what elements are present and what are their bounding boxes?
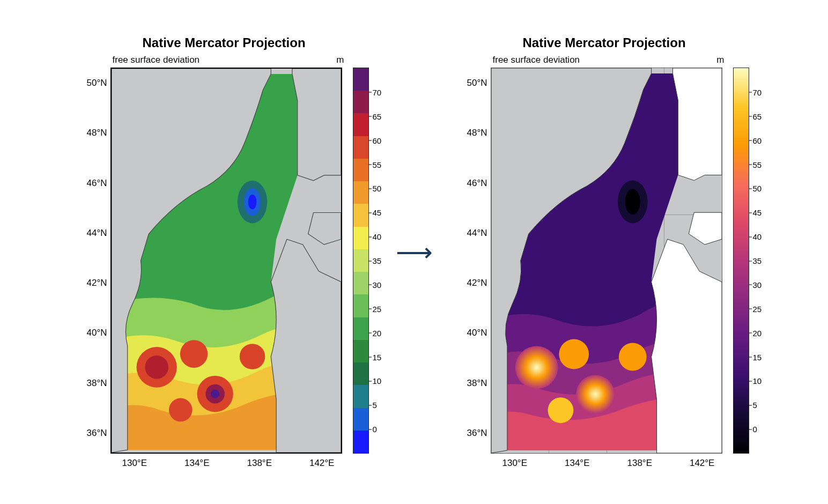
right-subtitle-row: free surface deviation m [493,55,724,65]
left-x-axis: 130°E 134°E 138°E 142°E [113,458,344,469]
colorbar-tick: 10 [373,376,382,386]
colorbar-tick: 5 [753,401,757,410]
svg-point-2 [145,355,168,379]
colorbar-tick: 15 [753,352,762,361]
right-panel: Native Mercator Projection free surface … [460,35,749,469]
ytick: 38°N [460,379,487,388]
colorbar-tick: 0 [373,425,377,434]
colorbar-tick: 20 [753,328,762,337]
svg-point-15 [576,375,615,413]
colorbar-tick: 40 [373,232,382,241]
right-map [491,68,722,454]
xtick: 142°E [309,458,335,469]
svg-point-8 [169,398,193,422]
colorbar-tick: 45 [753,208,762,217]
colorbar-tick: 40 [753,232,762,241]
svg-point-11 [248,195,256,210]
svg-point-14 [559,339,589,369]
svg-point-17 [548,397,573,423]
colorbar-tick: 45 [373,208,382,217]
colorbar-tick: 65 [373,112,382,121]
colorbar-tick: 10 [753,376,762,386]
ytick: 38°N [79,379,107,388]
ytick: 36°N [79,428,107,438]
colorbar-tick: 60 [753,136,762,145]
xtick: 138°E [627,458,652,469]
colorbar-tick: 55 [753,160,762,169]
right-subtitle: free surface deviation [493,55,580,65]
ytick: 44°N [79,228,107,238]
svg-point-7 [239,344,265,369]
right-title: Native Mercator Projection [522,35,685,50]
right-units: m [716,55,724,65]
arrow-icon: ⟶ [396,237,433,267]
ytick: 42°N [79,278,107,287]
ytick: 46°N [79,179,107,188]
left-title: Native Mercator Projection [142,35,305,50]
ytick: 40°N [460,328,487,337]
svg-point-13 [515,346,558,389]
colorbar-tick: 5 [373,401,377,410]
ytick: 44°N [460,228,487,238]
ytick: 50°N [79,78,107,87]
colorbar-tick: 65 [753,112,762,121]
xtick: 142°E [690,458,715,469]
colorbar-tick: 15 [373,352,382,361]
ytick: 42°N [460,278,487,287]
xtick: 134°E [565,458,590,469]
colorbar-tick: 30 [753,280,762,289]
colorbar-tick: 70 [373,87,382,97]
svg-point-16 [618,343,646,371]
xtick: 134°E [184,458,210,469]
colorbar-tick: 25 [753,304,762,313]
ytick: 50°N [460,78,487,87]
colorbar-tick: 35 [373,256,382,265]
ytick: 48°N [79,128,107,137]
colorbar-tick: 20 [373,328,382,337]
colorbar-tick: 0 [753,425,757,434]
ytick: 36°N [460,428,487,438]
left-subtitle: free surface deviation [113,55,200,65]
colorbar-tick: 30 [373,280,382,289]
xtick: 138°E [247,458,272,469]
ytick: 48°N [460,128,487,137]
right-x-axis: 130°E 134°E 138°E 142°E [493,458,724,469]
left-map [110,68,342,454]
colorbar-tick: 60 [373,136,382,145]
colorbar-tick: 25 [373,304,382,313]
left-colorbar: 7065605550454035302520151050 [353,68,369,454]
xtick: 130°E [122,458,147,469]
figure-container: Native Mercator Projection free surface … [0,0,828,504]
xtick: 130°E [502,458,528,469]
colorbar-tick: 50 [373,184,382,193]
right-colorbar: 7065605550454035302520151050 [733,68,749,454]
svg-point-19 [625,189,640,214]
ytick: 40°N [79,328,107,337]
colorbar-tick: 35 [753,256,762,265]
colorbar-tick: 70 [753,87,762,97]
colorbar-tick: 50 [753,184,762,193]
ytick: 46°N [460,179,487,188]
svg-point-3 [180,340,208,368]
left-units: m [336,55,344,65]
left-panel: Native Mercator Projection free surface … [79,35,369,469]
left-y-axis: 50°N 48°N 46°N 44°N 42°N 40°N 38°N 36°N [79,68,110,454]
svg-point-6 [211,390,219,398]
right-y-axis: 50°N 48°N 46°N 44°N 42°N 40°N 38°N 36°N [460,68,491,454]
left-subtitle-row: free surface deviation m [113,55,344,65]
colorbar-tick: 55 [373,160,382,169]
